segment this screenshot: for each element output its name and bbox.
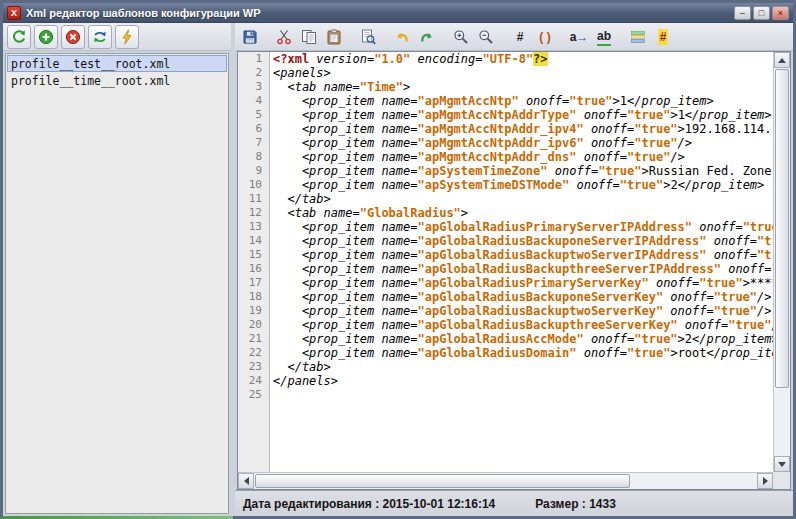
- code-line: 24</panels>: [238, 374, 773, 388]
- code-line: 14 <prop_item name="apGlobalRadiusBackup…: [238, 234, 773, 248]
- status-file-size: Размер : 1433: [535, 497, 616, 511]
- code-line-text: <prop_item name="apGlobalRadiusBackupthr…: [269, 262, 773, 276]
- code-line: 20 <prop_item name="apGlobalRadiusBackup…: [238, 318, 773, 332]
- code-line-text: <prop_item name="apGlobalRadiusBackupone…: [269, 290, 773, 304]
- line-number: 25: [238, 388, 269, 402]
- cut-icon: [276, 29, 292, 45]
- line-number: 7: [238, 136, 269, 150]
- close-button[interactable]: ×: [772, 6, 789, 20]
- code-line-text: <prop_item name="apMgmtAccNtpAddr_dns" o…: [269, 150, 773, 164]
- line-number: 13: [238, 220, 269, 234]
- zoom-out-button[interactable]: [475, 26, 497, 48]
- code-line-text: </tab>: [269, 360, 773, 374]
- delete-button[interactable]: [61, 25, 85, 49]
- hash-button[interactable]: #: [509, 26, 531, 48]
- hash-icon: #: [517, 29, 524, 45]
- left-panel: profile__test__root.xmlprofile__time__ro…: [3, 23, 231, 516]
- file-list-item[interactable]: profile__time__root.xml: [7, 72, 227, 89]
- hash-red-button[interactable]: #: [652, 26, 674, 48]
- redo-button[interactable]: [416, 26, 438, 48]
- code-line: 11 </tab>: [238, 192, 773, 206]
- app-window: X Xml редактор шаблонов конфигурации WP …: [0, 0, 796, 519]
- code-line: 6 <prop_item name="apMgmtAccNtpAddr_ipv4…: [238, 122, 773, 136]
- scroll-left-arrow-icon[interactable]: [238, 473, 254, 489]
- vertical-scrollbar[interactable]: [773, 52, 790, 472]
- maximize-button[interactable]: □: [753, 6, 770, 20]
- code-line-text: <prop_item name="apGlobalRadiusBackuptwo…: [269, 248, 773, 262]
- line-number: 20: [238, 318, 269, 332]
- code-line-text: <prop_item name="apGlobalRadiusBackupthr…: [269, 318, 773, 332]
- add-icon: [38, 29, 54, 45]
- word-icon: ab: [597, 28, 611, 46]
- sync-button[interactable]: [88, 25, 112, 49]
- line-number: 4: [238, 94, 269, 108]
- highlight-button[interactable]: [627, 26, 649, 48]
- validate-button[interactable]: [357, 26, 379, 48]
- code-line: 17 <prop_item name="apGlobalRadiusPrimar…: [238, 276, 773, 290]
- horizontal-scroll-thumb[interactable]: [255, 474, 630, 488]
- code-line: 15 <prop_item name="apGlobalRadiusBackup…: [238, 248, 773, 262]
- line-number: 1: [238, 52, 269, 66]
- line-number: 10: [238, 178, 269, 192]
- code-line-text: <prop_item name="apMgmtAccNtpAddrType" o…: [269, 108, 773, 122]
- horizontal-scrollbar[interactable]: [238, 472, 773, 489]
- code-line-text: <prop_item name="apGlobalRadiusBackupone…: [269, 234, 773, 248]
- minimize-button[interactable]: –: [734, 6, 751, 20]
- line-number: 17: [238, 276, 269, 290]
- zoom-in-button[interactable]: [450, 26, 472, 48]
- code-line-text: <tab name="GlobalRadius">: [269, 206, 773, 220]
- scroll-down-arrow-icon[interactable]: [774, 456, 790, 472]
- app-icon-glyph: X: [11, 8, 17, 18]
- copy-button[interactable]: [298, 26, 320, 48]
- parens-button[interactable]: ( ): [534, 26, 556, 48]
- paste-button[interactable]: [323, 26, 345, 48]
- sync-icon: [92, 29, 108, 45]
- code-line-text: <prop_item name="apGlobalRadiusPrimarySe…: [269, 220, 773, 234]
- scroll-right-arrow-icon[interactable]: [757, 473, 773, 489]
- undo-icon: [394, 29, 410, 45]
- line-number: 22: [238, 346, 269, 360]
- save-button[interactable]: [239, 26, 261, 48]
- highlight-icon: [630, 29, 646, 45]
- zoom-out-icon: [478, 29, 494, 45]
- line-number: 6: [238, 122, 269, 136]
- file-list-item[interactable]: profile__test__root.xml: [7, 55, 227, 72]
- scroll-up-arrow-icon[interactable]: [774, 52, 790, 68]
- zoom-in-icon: [453, 29, 469, 45]
- titlebar: X Xml редактор шаблонов конфигурации WP …: [3, 3, 793, 23]
- code-line: 9 <prop_item name="apSystemTimeZone" ono…: [238, 164, 773, 178]
- copy-icon: [301, 29, 317, 45]
- line-number: 19: [238, 304, 269, 318]
- window-title: Xml редактор шаблонов конфигурации WP: [26, 7, 729, 19]
- line-number: 21: [238, 332, 269, 346]
- code-editor[interactable]: 1<?xml version="1.0" encoding="UTF-8"?>2…: [238, 52, 773, 472]
- code-line: 5 <prop_item name="apMgmtAccNtpAddrType"…: [238, 108, 773, 122]
- lightning-button[interactable]: [115, 25, 139, 49]
- cut-button[interactable]: [273, 26, 295, 48]
- refresh-button[interactable]: [7, 25, 31, 49]
- add-button[interactable]: [34, 25, 58, 49]
- line-number: 16: [238, 262, 269, 276]
- code-line-text: <prop_item name="apMgmtAccNtp" onoff="tr…: [269, 94, 773, 108]
- editor-panel: #( )a→ab# 1<?xml version="1.0" encoding=…: [235, 23, 793, 516]
- code-line-text: </panels>: [269, 374, 773, 388]
- vertical-scroll-thumb[interactable]: [775, 69, 789, 388]
- find-next-icon: a→: [570, 29, 589, 45]
- code-line: 25: [238, 388, 773, 402]
- code-line: 4 <prop_item name="apMgmtAccNtp" onoff="…: [238, 94, 773, 108]
- line-number: 2: [238, 66, 269, 80]
- file-list[interactable]: profile__test__root.xmlprofile__time__ro…: [5, 53, 229, 514]
- code-line: 10 <prop_item name="apSystemTimeDSTMode"…: [238, 178, 773, 192]
- code-line-text: </tab>: [269, 192, 773, 206]
- scrollbar-corner: [773, 472, 790, 489]
- line-number: 24: [238, 374, 269, 388]
- code-line-text: <prop_item name="apSystemTimeZone" onoff…: [269, 164, 773, 178]
- word-button[interactable]: ab: [593, 26, 615, 48]
- code-line: 13 <prop_item name="apGlobalRadiusPrimar…: [238, 220, 773, 234]
- line-number: 5: [238, 108, 269, 122]
- line-number: 12: [238, 206, 269, 220]
- undo-button[interactable]: [391, 26, 413, 48]
- code-line: 8 <prop_item name="apMgmtAccNtpAddr_dns"…: [238, 150, 773, 164]
- find-next-button[interactable]: a→: [568, 26, 590, 48]
- code-line: 2<panels>: [238, 66, 773, 80]
